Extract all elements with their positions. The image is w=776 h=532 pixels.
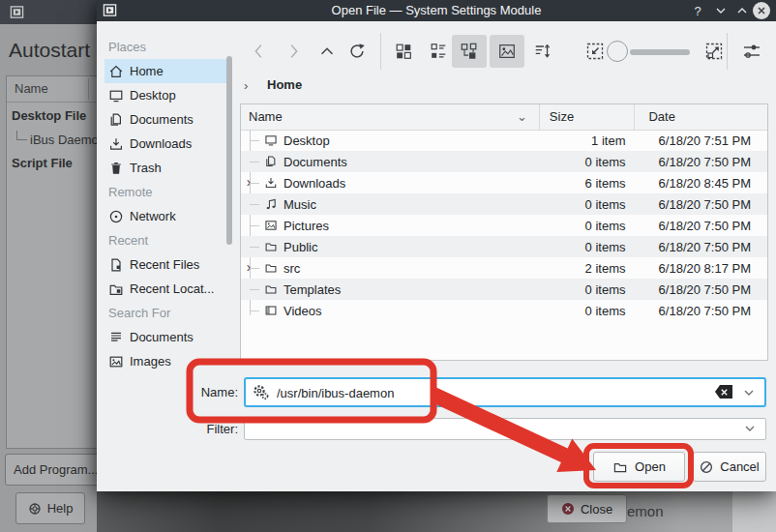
chevron-down-icon[interactable] [744,423,756,434]
column-header-size[interactable]: Size [540,104,636,130]
column-header-date[interactable]: Date [635,104,767,130]
screen: Autostart Name Desktop File iBus Daemon … [0,0,776,532]
zoom-slider-handle[interactable] [607,41,628,62]
home-icon [108,64,124,79]
autostart-item-ibus-daemon[interactable]: iBus Daemon [30,133,105,147]
filter-combobox [244,418,766,440]
table-row[interactable]: Documents 0 items 6/18/20 7:50 PM [241,151,767,172]
file-list-view: Name ⌄ Size Date Desktop 1 item 6/18/20 … [240,103,768,361]
desktop-icon [264,133,278,147]
close-icon [561,502,575,516]
open-file-dialog: Open File — System Settings Module ? [97,0,776,491]
recent-files-icon [108,257,124,273]
sidebar-item-search-documents[interactable]: Documents [104,325,226,349]
minimize-button[interactable] [710,0,731,21]
table-row[interactable]: Videos 0 items 6/18/20 7:50 PM [241,300,767,321]
documents-icon [264,155,278,168]
autostart-column-header[interactable]: Name [7,76,98,103]
preview-button[interactable] [490,35,524,68]
table-row[interactable]: Desktop 1 item 6/18/20 7:51 PM [241,130,767,151]
places-section-header: Places [104,35,226,59]
sidebar-item-recent-files[interactable]: Recent Files [104,252,226,277]
filter-input[interactable] [251,419,729,441]
table-row[interactable]: Templates 0 items 6/18/20 7:50 PM [241,279,767,300]
zoom-slider-track [630,49,690,55]
clear-text-icon[interactable] [715,385,732,399]
music-icon [264,197,278,211]
sidebar-item-trash[interactable]: Trash [104,156,226,180]
icons-view-button[interactable] [387,35,420,68]
sidebar-item-desktop[interactable]: Desktop [104,83,226,107]
help-icon [28,502,42,516]
cancel-button[interactable]: Cancel [693,452,766,482]
open-button[interactable]: Open [593,452,685,482]
autostart-group-desktop-file[interactable]: Desktop File [12,108,86,123]
search-for-section-header: Search For [104,301,226,325]
compact-view-button[interactable] [422,35,455,68]
titlebar-help-button[interactable]: ? [687,0,708,21]
table-rows: Desktop 1 item 6/18/20 7:51 PM Documents… [241,130,767,321]
autostart-group-script-file[interactable]: Script File [12,156,73,170]
up-button[interactable] [311,35,343,68]
pictures-icon [264,219,278,232]
name-combobox [244,377,766,407]
recent-locations-icon [108,281,124,297]
forward-button[interactable] [277,35,310,68]
zoom-in-button[interactable] [698,35,731,68]
sort-button[interactable] [526,35,559,68]
maximize-button[interactable] [731,0,753,21]
table-row[interactable]: › Downloads 6 items 6/18/20 8:45 PM [241,172,767,193]
downloads-icon [108,136,124,152]
table-row[interactable]: Music 0 items 6/18/20 7:50 PM [241,193,767,215]
table-row[interactable]: Public 0 items 6/18/20 7:50 PM [241,236,767,257]
toolbar-separator [727,33,728,70]
document-lines-icon [108,330,124,345]
desktop-icon [108,88,124,103]
table-row[interactable]: Pictures 0 items 6/18/20 7:50 PM [241,215,767,236]
back-button[interactable] [243,35,276,68]
autostart-list-panel: Name Desktop File iBus Daemon Script Fil… [6,75,99,449]
videos-icon [264,304,278,317]
executable-gear-icon [253,384,269,400]
sidebar-scrollbar[interactable] [226,56,232,245]
cancel-icon [700,460,713,474]
breadcrumb-chevron-icon[interactable]: › [244,78,248,93]
folder-icon [264,261,278,275]
sidebar-item-downloads[interactable]: Downloads [104,132,226,156]
close-button[interactable]: Close [547,494,627,523]
sidebar-item-documents[interactable]: Documents [104,107,226,132]
bottom-band [97,491,776,532]
sidebar-item-recent-locations[interactable]: Recent Locat... [104,277,226,301]
tree-elbow [16,131,27,140]
filter-label: Filter: [174,422,238,436]
network-icon [108,209,124,224]
folder-open-icon [612,459,628,475]
toolbar-separator [380,33,381,70]
sidebar-item-home[interactable]: Home [104,59,226,83]
table-header: Name ⌄ Size Date [241,104,767,131]
options-button[interactable] [735,35,768,68]
add-program-button[interactable]: Add Program... [5,454,107,486]
name-label: Name: [174,385,238,399]
downloads-icon [264,176,278,190]
places-panel: Places Home Desktop Documents Downloads … [104,35,226,373]
chevron-down-icon[interactable] [743,387,755,399]
close-window-button[interactable] [753,2,770,19]
sidebar-item-search-images[interactable]: Images [104,349,226,373]
reload-button[interactable] [341,35,373,68]
column-header-name[interactable]: Name ⌄ [241,104,540,130]
tree-view-button[interactable] [452,35,487,68]
sidebar-item-network[interactable]: Network [104,204,226,228]
dialog-titlebar: Open File — System Settings Module ? [97,0,776,21]
recent-section-header: Recent [104,228,226,252]
table-row[interactable]: › src 2 items 6/18/20 8:17 PM [241,257,767,279]
autostart-heading: Autostart [9,39,90,62]
images-icon [108,354,124,369]
sort-indicator-icon: ⌄ [517,104,527,129]
background-window-titlebar [0,0,97,24]
breadcrumb-current[interactable]: Home [267,77,302,92]
name-input[interactable] [275,379,695,407]
help-button[interactable]: Help [15,492,85,524]
partial-background-text: emon [627,503,664,519]
folder-icon [264,240,278,253]
